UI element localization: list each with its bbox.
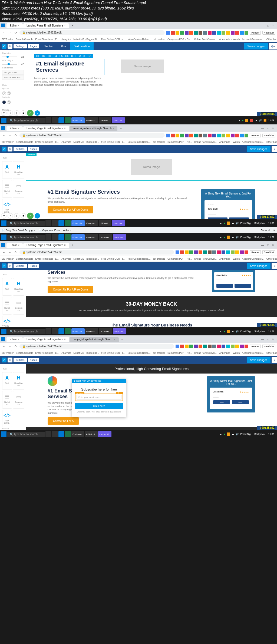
ext-icon[interactable]	[245, 31, 248, 35]
elem-content[interactable]: ▭Content box	[13, 297, 24, 315]
record-button[interactable]: ✓	[27, 213, 34, 219]
popup-settings-button[interactable]: ⚙ EDIT POP UP SETTINGS	[72, 379, 126, 383]
bookmark-item[interactable]: Nohat.MS - Biggest D...	[73, 38, 99, 41]
popup-input-selected[interactable]: Form input Enter your email here...	[75, 394, 123, 401]
taskbar-app-icon[interactable]	[65, 117, 71, 123]
bookmark-item[interactable]: Free Online OCR - c...	[101, 38, 126, 41]
elem-bullet[interactable]: ☰Bullet list	[2, 297, 12, 315]
ext-icon[interactable]	[166, 31, 170, 35]
exit-button[interactable]: ⟩	[272, 146, 277, 152]
elem-headline[interactable]: HHeadline text	[13, 372, 24, 390]
exit-button[interactable]: �⟩	[269, 43, 277, 49]
ext-icon[interactable]	[231, 31, 235, 35]
tray-icon[interactable]	[245, 119, 248, 122]
bookmark-item[interactable]: pdf cracked	[153, 38, 165, 41]
headline-text[interactable]: #1 Email Signature Services	[36, 61, 103, 73]
bookmark-item[interactable]: Online Font Conver...	[194, 38, 217, 41]
back-icon[interactable]: ←	[2, 31, 6, 34]
tab-landing[interactable]: Landing Page Email Signature×	[23, 23, 69, 28]
section-marker[interactable]: Section	[26, 153, 37, 156]
tray-icon[interactable]: ☁	[255, 119, 257, 122]
h3-button[interactable]: H3	[47, 55, 52, 57]
close-icon[interactable]: ×	[64, 24, 66, 27]
stop-button[interactable]: ■	[21, 110, 26, 116]
bookmark-item[interactable]: Annnnnds – Watch	[219, 38, 240, 41]
tray-icon[interactable]: ▲	[238, 119, 240, 122]
tab-editor[interactable]: Editor×	[6, 337, 23, 342]
preview-icon[interactable]: 👁	[8, 147, 12, 151]
language-selector[interactable]: fr en es	[2, 427, 9, 430]
link-icon[interactable]: 🔗	[87, 55, 91, 57]
demo-image-placeholder[interactable]: Demo Image	[121, 60, 164, 73]
delete-icon[interactable]	[121, 392, 123, 394]
forward-icon[interactable]: →	[8, 134, 12, 137]
start-button[interactable]	[1, 235, 6, 240]
reload-icon[interactable]: ⟳	[14, 31, 18, 34]
popup-title[interactable]: Subscribe here for free	[75, 387, 123, 391]
no-color-icon[interactable]: ⊘	[7, 91, 11, 95]
cta-button[interactable]: Contact Us For A Free Quote	[48, 206, 93, 213]
tab-copyright[interactable]: copyright symbol - Google Sear...×	[70, 337, 119, 342]
redo-button[interactable]: ×	[8, 213, 13, 219]
elem-raw[interactable]: </>Raw HTML	[2, 410, 12, 427]
text-color-picker[interactable]	[2, 100, 6, 104]
elem-text[interactable]: AText	[2, 161, 12, 179]
preview-icon[interactable]: 👁	[8, 44, 12, 49]
taskbar-app[interactable]: pf Email ...	[99, 117, 111, 123]
elem-bullet[interactable]: ☰Bullet list	[2, 180, 12, 198]
bg-color-picker[interactable]	[2, 91, 6, 95]
bookmark-item[interactable]: Analytics	[61, 38, 71, 41]
popup-editor[interactable]: ⚙ EDIT POP UP SETTINGS Subscribe here fo…	[72, 379, 126, 417]
italic-button[interactable]: I	[75, 55, 77, 57]
move-icon[interactable]	[116, 392, 118, 394]
elem-text[interactable]: AText	[2, 372, 12, 390]
play-button[interactable]: ▸	[35, 213, 40, 219]
headline-text[interactable]: #1 Email Signature Services	[48, 189, 193, 195]
ext-icon[interactable]	[235, 31, 239, 35]
ext-icon[interactable]	[222, 31, 225, 35]
ext-icon[interactable]	[208, 31, 212, 35]
taskbar-search[interactable]: 🔍 Type here to search	[7, 235, 45, 240]
font-family-select[interactable]: Google Fonts	[2, 70, 24, 75]
promo-card[interactable]: A Shiny New Email Signature, Just For Yo…	[207, 376, 255, 412]
body-text[interactable]: Lorem ipsum dolor sit amet, consectetur …	[34, 77, 104, 87]
maximize-icon[interactable]: □	[267, 24, 269, 27]
undo-icon[interactable]: ↶	[2, 44, 6, 49]
editor-canvas[interactable]: Professional, High Converting Email Sign…	[26, 364, 277, 438]
ext-icon[interactable]	[217, 31, 221, 35]
taskbar-app-icon[interactable]	[52, 117, 58, 123]
taskbar-time[interactable]: 11:09	[268, 119, 274, 122]
tab-landing[interactable]: Landing Page Email Signature×	[23, 126, 69, 131]
record-button[interactable]: ✓	[27, 110, 34, 116]
reader-button[interactable]: Reader	[250, 31, 261, 35]
elem-content[interactable]: ▭Content box	[13, 180, 24, 198]
body-text[interactable]: We provide the most unique email signatu…	[48, 197, 193, 203]
elem-headline[interactable]: HHeadline text	[13, 161, 24, 179]
ext-icon[interactable]	[180, 31, 184, 35]
no-color-icon[interactable]: ⊘	[7, 100, 11, 104]
download-item[interactable]: 📄 Copy Your Email Si....jpg ⌄	[2, 229, 35, 232]
taskbar-app-icon[interactable]	[58, 117, 64, 123]
elem-headline[interactable]: HHeadline text	[13, 278, 24, 296]
bold-button[interactable]: B	[71, 55, 73, 57]
bookmark-item[interactable]: Compress PDF – Re...	[167, 38, 192, 41]
promo-card[interactable]: John Smith★★★★★ ―――――――― ――――	[212, 270, 255, 292]
tray-icon[interactable]: 📶	[263, 119, 266, 122]
new-tab-button[interactable]: +	[70, 24, 75, 27]
email-input[interactable]: Enter your email here...	[77, 395, 121, 399]
elem-bullet[interactable]: ☰Bullet list	[2, 391, 12, 409]
start-button[interactable]	[1, 220, 6, 226]
start-button[interactable]	[1, 118, 6, 123]
cta-button[interactable]: Contact Us For A	[48, 417, 79, 425]
services-heading[interactable]: Services	[48, 270, 204, 275]
tab-landing[interactable]: Landing Page Email Signature×	[23, 243, 69, 248]
taskbar-search[interactable]: 🔍 Type here to search	[7, 221, 45, 226]
ext-icon[interactable]	[226, 31, 230, 35]
ext-icon[interactable]	[176, 31, 179, 35]
close-icon[interactable]: ×	[272, 127, 274, 130]
close-icon[interactable]: ×	[272, 24, 274, 27]
taskbar-app[interactable]: Editor - G...	[71, 117, 85, 123]
tray-icon[interactable]: 🔊	[259, 119, 262, 122]
tab-editor[interactable]: Editor×	[6, 243, 23, 248]
close-icon[interactable]: ×	[18, 24, 19, 27]
